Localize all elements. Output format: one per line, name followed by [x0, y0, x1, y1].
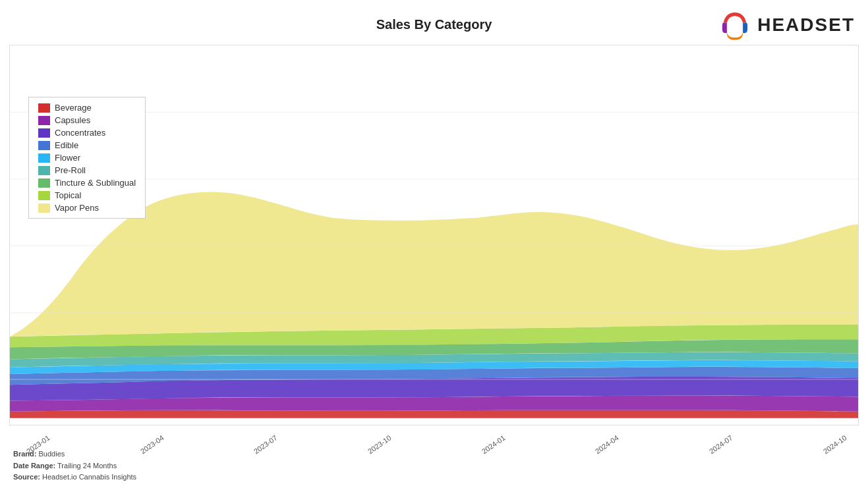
legend-label: Concentrates	[55, 128, 105, 138]
source-label: Source:	[13, 473, 40, 481]
x-axis-labels: 2023-012023-042023-072023-102024-012024-…	[9, 441, 859, 449]
legend-swatch	[38, 141, 50, 150]
brand-label: Brand:	[13, 450, 36, 458]
legend-swatch	[38, 204, 50, 213]
legend-item: Concentrates	[38, 128, 136, 138]
legend-item: Vapor Pens	[38, 203, 136, 213]
x-axis-label: 2023-04	[138, 433, 165, 455]
legend-item: Tincture & Sublingual	[38, 178, 136, 188]
date-range-label: Date Range:	[13, 462, 55, 470]
logo: HEADSET	[718, 8, 855, 42]
legend-swatch	[38, 153, 50, 163]
legend-label: Topical	[55, 190, 81, 200]
legend-item: Topical	[38, 190, 136, 200]
brand-value: Buddies	[39, 450, 65, 458]
chart-title: Sales By Category	[376, 17, 492, 32]
legend-label: Beverage	[55, 103, 92, 113]
x-axis-label: 2023-10	[366, 433, 393, 455]
x-axis-label: 2024-01	[480, 433, 506, 455]
legend-item: Pre-Roll	[38, 165, 136, 175]
legend-item: Flower	[38, 153, 136, 163]
legend-item: Capsules	[38, 115, 136, 125]
headset-logo-icon	[718, 8, 752, 42]
legend-swatch	[38, 178, 50, 188]
legend-swatch	[38, 103, 50, 113]
x-axis-label: 2024-04	[594, 433, 620, 455]
chart-legend: BeverageCapsulesConcentratesEdibleFlower…	[28, 97, 146, 219]
legend-label: Tincture & Sublingual	[55, 178, 136, 188]
legend-label: Flower	[55, 153, 80, 163]
chart-area: BeverageCapsulesConcentratesEdibleFlower…	[9, 45, 859, 425]
legend-label: Capsules	[55, 115, 90, 125]
legend-item: Edible	[38, 140, 136, 150]
legend-item: Beverage	[38, 103, 136, 113]
legend-swatch	[38, 116, 50, 125]
legend-label: Vapor Pens	[55, 203, 99, 213]
legend-swatch	[38, 166, 50, 175]
x-axis-label: 2024-07	[708, 433, 734, 455]
x-axis-label: 2024-10	[821, 433, 848, 455]
source-value: Headset.io Cannabis Insights	[42, 473, 136, 481]
legend-label: Edible	[55, 140, 78, 150]
footer-info: Brand: Buddies Date Range: Trailing 24 M…	[13, 449, 136, 483]
date-range-value: Trailing 24 Months	[57, 462, 117, 470]
legend-label: Pre-Roll	[55, 165, 86, 175]
x-axis-label: 2023-07	[252, 433, 279, 455]
legend-swatch	[38, 191, 50, 200]
legend-swatch	[38, 128, 50, 138]
logo-text: HEADSET	[757, 14, 855, 36]
